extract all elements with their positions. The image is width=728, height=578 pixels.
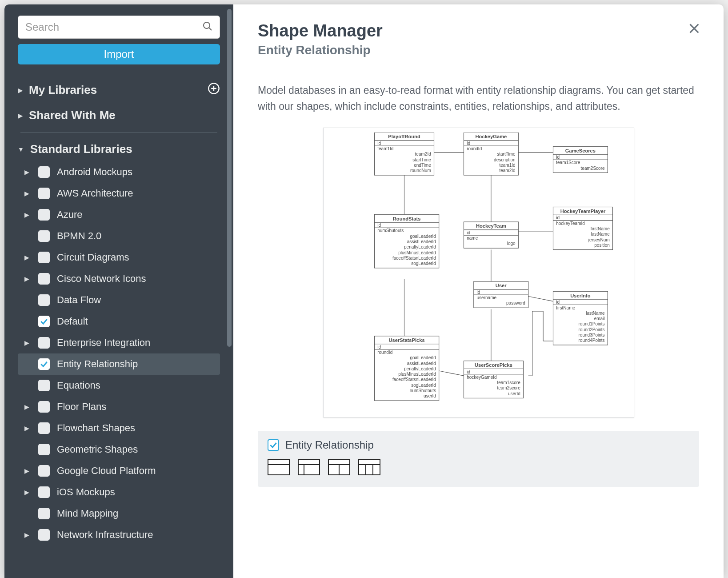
section-standard-libraries[interactable]: ▼ Standard Libraries	[18, 137, 220, 161]
description-text: Model databases in an easy-to-read forma…	[258, 83, 699, 114]
library-item[interactable]: ▶ iOS Mockups	[18, 482, 220, 503]
add-library-icon[interactable]	[208, 82, 220, 98]
caret-down-icon: ▼	[18, 146, 24, 153]
svg-text:jerseyNum: jerseyNum	[588, 237, 609, 242]
library-item[interactable]: ▶ Cisco Network Icons	[18, 268, 220, 289]
library-item[interactable]: Geometric Shapes	[18, 439, 220, 460]
sidebar: Import ▶ My Libraries ▶ Shared With Me ▼…	[4, 4, 233, 578]
library-item[interactable]: ▶ Enterprise Integration	[18, 332, 220, 353]
library-checkbox[interactable]	[38, 337, 50, 349]
section-shared-with-me[interactable]: ▶ Shared With Me	[18, 103, 220, 128]
library-checkbox[interactable]	[38, 252, 50, 263]
svg-text:startTime: startTime	[497, 152, 516, 157]
caret-right-icon: ▶	[18, 112, 23, 119]
library-checkbox[interactable]	[38, 273, 50, 285]
svg-text:UserScorePicks: UserScorePicks	[475, 362, 512, 368]
library-checkbox[interactable]	[38, 188, 50, 199]
caret-right-icon: ▶	[24, 169, 29, 176]
sidebar-scrollbar[interactable]	[227, 9, 232, 347]
caret-right-icon: ▶	[24, 489, 29, 496]
library-item[interactable]: ▶ Google Cloud Platform	[18, 460, 220, 482]
library-item[interactable]: ▶ Circuit Diagrams	[18, 247, 220, 268]
import-button[interactable]: Import	[18, 44, 220, 64]
svg-text:name: name	[467, 236, 478, 241]
library-checkbox[interactable]	[38, 380, 50, 391]
library-item[interactable]: ▶ Flowchart Shapes	[18, 417, 220, 439]
library-checkbox[interactable]	[38, 209, 50, 221]
svg-text:id: id	[377, 141, 381, 146]
caret-right-icon: ▶	[24, 211, 29, 218]
shapes-checkbox[interactable]	[268, 439, 279, 451]
library-checkbox[interactable]	[38, 529, 50, 541]
library-checkbox[interactable]	[38, 294, 50, 306]
search-input[interactable]	[18, 16, 220, 39]
library-item[interactable]: Entity Relationship	[18, 353, 220, 375]
library-checkbox[interactable]	[38, 358, 50, 370]
svg-text:lastName: lastName	[591, 232, 610, 237]
close-button[interactable]	[687, 21, 701, 37]
library-item[interactable]: Data Flow	[18, 289, 220, 311]
svg-text:startTime: startTime	[412, 157, 431, 162]
library-checkbox[interactable]	[38, 401, 50, 413]
library-checkbox[interactable]	[38, 230, 50, 242]
svg-text:id: id	[556, 216, 560, 221]
section-label: Shared With Me	[29, 108, 116, 122]
library-item[interactable]: BPMN 2.0	[18, 225, 220, 247]
svg-text:id: id	[377, 223, 381, 228]
svg-text:endTime: endTime	[414, 163, 431, 168]
library-item[interactable]: Mind Mapping	[18, 503, 220, 524]
caret-right-icon: ▶	[24, 425, 29, 432]
svg-text:id: id	[556, 155, 560, 160]
svg-text:userId: userId	[424, 394, 436, 399]
page-title: Shape Manager	[258, 21, 699, 40]
library-label: Mind Mapping	[57, 508, 118, 519]
library-item[interactable]: ▶ Android Mockups	[18, 161, 220, 183]
caret-right-icon: ▶	[24, 467, 29, 474]
library-label: Network Infrastructure	[57, 529, 153, 541]
svg-line-1	[209, 28, 212, 31]
entity-shape-icon[interactable]	[328, 459, 350, 475]
library-label: Entity Relationship	[57, 358, 138, 370]
library-checkbox[interactable]	[38, 166, 50, 178]
svg-text:GameScores: GameScores	[565, 148, 595, 153]
svg-text:firstName: firstName	[590, 226, 609, 231]
library-item[interactable]: ▶ Azure	[18, 204, 220, 225]
entity-shape-icon[interactable]	[268, 459, 290, 475]
svg-text:numShutouts: numShutouts	[409, 388, 436, 393]
library-checkbox[interactable]	[38, 508, 50, 519]
svg-text:logo: logo	[507, 241, 515, 246]
svg-rect-128	[359, 460, 380, 475]
entity-shape-icon[interactable]	[298, 459, 320, 475]
svg-text:team1Id: team1Id	[499, 163, 515, 168]
library-checkbox[interactable]	[38, 422, 50, 434]
library-item[interactable]: Equations	[18, 375, 220, 396]
svg-text:id: id	[467, 230, 470, 235]
library-label: Geometric Shapes	[57, 444, 138, 455]
svg-rect-120	[268, 460, 289, 475]
svg-text:PlayoffRound: PlayoffRound	[388, 134, 420, 140]
library-checkbox[interactable]	[38, 486, 50, 498]
caret-right-icon: ▶	[24, 339, 29, 346]
svg-text:HockeyTeamPlayer: HockeyTeamPlayer	[560, 209, 605, 214]
svg-text:roundNum: roundNum	[410, 169, 431, 173]
library-item[interactable]: ▶ Floor Plans	[18, 396, 220, 417]
entity-shape-icon[interactable]	[358, 459, 380, 475]
svg-text:position: position	[594, 243, 610, 248]
svg-text:round1Points: round1Points	[578, 322, 604, 327]
library-checkbox[interactable]	[38, 444, 50, 455]
svg-text:roundId: roundId	[377, 350, 392, 355]
library-item[interactable]: ▶ AWS Architecture	[18, 183, 220, 204]
svg-text:UserStatsPicks: UserStatsPicks	[388, 338, 424, 343]
library-checkbox[interactable]	[38, 465, 50, 477]
svg-text:hockeyTeamId: hockeyTeamId	[556, 221, 585, 226]
library-checkbox[interactable]	[38, 316, 50, 327]
svg-text:sogLeaderId: sogLeaderId	[411, 383, 436, 388]
svg-text:lastName: lastName	[586, 311, 605, 316]
svg-text:description: description	[494, 157, 516, 162]
library-item[interactable]: ▶ Network Infrastructure	[18, 524, 220, 546]
library-label: Cisco Network Icons	[57, 273, 146, 285]
caret-right-icon: ▶	[24, 190, 29, 197]
section-my-libraries[interactable]: ▶ My Libraries	[18, 77, 220, 103]
svg-line-111	[528, 297, 553, 301]
library-item[interactable]: Default	[18, 311, 220, 332]
